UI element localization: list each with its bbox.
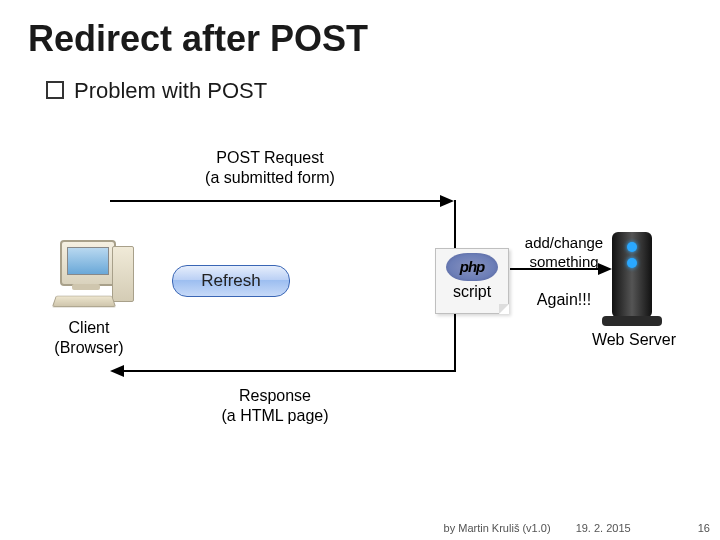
client-computer-icon	[48, 240, 134, 308]
arrow-response	[124, 370, 456, 372]
footer: by Martin Kruliš (v1.0) 19. 2. 2015 16	[0, 522, 710, 534]
php-script-box: php script	[435, 248, 509, 314]
server-icon	[612, 232, 652, 318]
footer-date: 19. 2. 2015	[576, 522, 631, 534]
response-label: Response (a HTML page)	[190, 386, 360, 426]
again-label: Again!!!	[520, 290, 608, 310]
refresh-button: Refresh	[172, 265, 290, 297]
bullet-icon	[46, 81, 64, 99]
response-line2: (a HTML page)	[222, 407, 329, 424]
client-line2: (Browser)	[54, 339, 123, 356]
client-line1: Client	[69, 319, 110, 336]
slide-title: Redirect after POST	[28, 18, 720, 60]
post-request-line2: (a submitted form)	[205, 169, 335, 186]
arrow-head-icon	[110, 365, 124, 377]
client-label: Client (Browser)	[40, 318, 138, 358]
footer-author: by Martin Kruliš (v1.0)	[444, 522, 551, 534]
webserver-label: Web Server	[574, 330, 694, 350]
subtitle: Problem with POST	[46, 78, 720, 104]
addchange-line2: something	[529, 253, 598, 270]
diagram: POST Request (a submitted form) Refresh …	[0, 120, 720, 480]
server-base-icon	[602, 316, 662, 326]
post-request-label: POST Request (a submitted form)	[170, 148, 370, 188]
arrow-down-to-script	[454, 200, 456, 248]
subtitle-text: Problem with POST	[74, 78, 267, 103]
arrow-head-icon	[440, 195, 454, 207]
addchange-line1: add/change	[525, 234, 603, 251]
footer-page: 16	[698, 522, 710, 534]
response-line1: Response	[239, 387, 311, 404]
arrow-post-request	[110, 200, 440, 202]
php-script-label: script	[436, 283, 508, 301]
php-logo-icon: php	[446, 253, 498, 281]
arrow-down-from-script	[454, 314, 456, 370]
post-request-line1: POST Request	[216, 149, 323, 166]
addchange-label: add/change something	[516, 234, 612, 272]
